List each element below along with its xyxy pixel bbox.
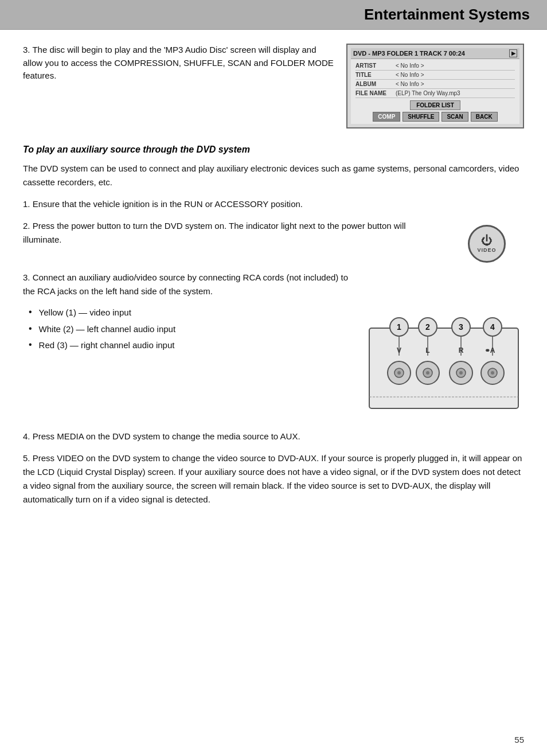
rca-svg: 1 2 3 4 V L R ⚭A [364,271,524,420]
screen-bottom-buttons: COMP SHUFFLE SCAN BACK [355,112,515,122]
screen-label-title: TITLE [355,72,392,78]
screen-value-album: < No Info > [396,81,424,87]
svg-point-25 [459,371,463,375]
aux-section-heading: To play an auxiliary source through the … [23,145,524,155]
play-icon: ▶ [509,49,517,57]
bullet-item-red: Red (3) — right channel audio input [29,339,352,352]
step3-text: 3. Connect an auxiliary audio/video sour… [23,271,352,298]
top-section: 3. The disc will begin to play and the '… [23,44,524,128]
dvd-screen-mockup: DVD - MP3 FOLDER 1 TRACK 7 00:24 ▶ ARTIS… [346,44,524,128]
bullet-list: Yellow (1) — video input White (2) — lef… [23,306,352,352]
screen-label-filename: FILE NAME [355,90,392,96]
screen-top-bar: DVD - MP3 FOLDER 1 TRACK 7 00:24 ▶ [351,48,519,59]
step3-section: 3. Connect an auxiliary audio/video sour… [23,271,524,422]
svg-point-28 [491,371,494,375]
step2-section: 2. Press the power button to turn the DV… [23,219,524,263]
shuffle-button[interactable]: SHUFFLE [403,112,439,122]
svg-text:3: 3 [459,322,463,332]
rca-diagram: 1 2 3 4 V L R ⚭A [364,271,524,422]
svg-text:4: 4 [490,322,495,332]
scan-button[interactable]: SCAN [441,112,468,122]
svg-text:1: 1 [397,322,401,332]
svg-text:R: R [459,346,464,354]
power-icon: ⏻ [481,235,493,246]
bullet-item-white: White (2) — left channel audio input [29,323,352,336]
step2-text: 2. Press the power button to turn the DV… [23,219,438,247]
folder-list-button[interactable]: FOLDER LIST [410,100,460,110]
bullet-item-yellow: Yellow (1) — video input [29,306,352,319]
screen-row-title: TITLE < No Info > [355,71,515,80]
step1-text: 1. Ensure that the vehicle ignition is i… [23,197,524,211]
step2-text-container: 2. Press the power button to turn the DV… [23,219,438,263]
bottom-paragraphs: 4. Press MEDIA on the DVD system to chan… [23,430,524,506]
video-label: VIDEO [477,247,496,253]
screen-folder-list-row: FOLDER LIST [355,100,515,110]
svg-text:⚭A: ⚭A [485,346,495,354]
step3-text-container: 3. Connect an auxiliary audio/video sour… [23,271,352,422]
screen-row-filename: FILE NAME (ELP) The Only Way.mp3 [355,89,515,98]
screen-value-title: < No Info > [396,72,424,78]
screen-body: ARTIST < No Info > TITLE < No Info > ALB… [351,59,519,124]
screen-value-artist: < No Info > [396,63,424,69]
screen-top-bar-text: DVD - MP3 FOLDER 1 TRACK 7 00:24 [353,50,465,57]
comp-button[interactable]: COMP [373,112,400,122]
svg-text:2: 2 [425,322,430,332]
screen-label-artist: ARTIST [355,63,392,69]
bullet-text-yellow: Yellow (1) — video input [39,306,131,319]
step5-text: 5. Press VIDEO on the DVD system to chan… [23,451,524,506]
power-button-illustration: ⏻ VIDEO [450,219,524,263]
svg-text:V: V [397,346,401,354]
page-title: Entertainment Systems [6,6,530,24]
bullet-text-white: White (2) — left channel audio input [39,323,175,336]
page-number: 55 [514,735,524,745]
page-header: Entertainment Systems [0,0,547,30]
screen-value-filename: (ELP) The Only Way.mp3 [396,90,460,96]
screen-row-artist: ARTIST < No Info > [355,61,515,71]
screen-label-album: ALBUM [355,81,392,87]
top-paragraph: 3. The disc will begin to play and the '… [23,44,335,128]
power-circle: ⏻ VIDEO [468,225,506,263]
aux-intro-para: The DVD system can be used to connect an… [23,162,524,189]
back-button[interactable]: BACK [471,112,498,122]
step4-text: 4. Press MEDIA on the DVD system to chan… [23,430,524,443]
svg-point-22 [426,371,429,375]
main-content: 3. The disc will begin to play and the '… [0,30,547,537]
svg-text:L: L [425,346,429,354]
svg-point-19 [397,371,401,375]
screen-row-album: ALBUM < No Info > [355,80,515,89]
bullet-text-red: Red (3) — right channel audio input [39,339,175,352]
